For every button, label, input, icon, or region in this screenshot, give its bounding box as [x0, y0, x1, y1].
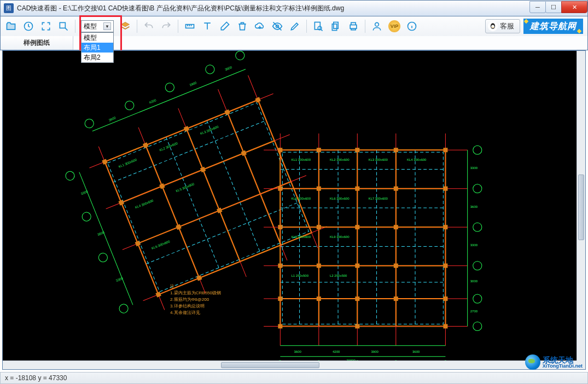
trash-icon[interactable]	[236, 20, 248, 32]
chevron-down-icon: ▼	[103, 22, 111, 30]
svg-rect-124	[355, 187, 359, 191]
svg-rect-136	[443, 264, 447, 268]
user-icon[interactable]	[371, 20, 383, 32]
svg-text:3600: 3600	[294, 350, 302, 353]
dropdown-selected: 模型	[84, 22, 97, 31]
ruler-icon[interactable]	[184, 20, 196, 32]
maximize-button[interactable]: ☐	[545, 1, 562, 13]
app-icon: 图	[4, 3, 14, 13]
redo-icon[interactable]	[160, 20, 172, 32]
close-button[interactable]: ✕	[561, 1, 587, 13]
svg-text:KL8 300x600: KL8 300x600	[291, 235, 311, 238]
svg-text:L2 250x500: L2 250x500	[330, 274, 347, 277]
eraser-icon[interactable]	[219, 20, 231, 32]
status-bar: x = -18108 y = 47330	[0, 372, 588, 384]
text-icon[interactable]	[201, 20, 213, 32]
svg-text:3600: 3600	[470, 205, 478, 208]
svg-text:KL4 300x600: KL4 300x600	[407, 158, 427, 161]
window-controls: ─ ☐ ✕	[530, 1, 587, 13]
svg-text:KL5 300x600: KL5 300x600	[291, 197, 311, 200]
watermark-url: XiTongTianDi.net	[543, 364, 583, 369]
svg-rect-137	[278, 296, 282, 301]
svg-text:KL6 300x600: KL6 300x600	[330, 197, 350, 200]
printer-icon[interactable]	[347, 20, 359, 32]
svg-point-9	[375, 22, 379, 26]
svg-point-15	[492, 27, 494, 27]
svg-rect-142	[278, 324, 282, 328]
svg-rect-143	[355, 324, 359, 328]
zoom-area-icon[interactable]	[57, 20, 69, 32]
svg-point-14	[493, 25, 493, 26]
svg-rect-8	[350, 25, 357, 29]
cloud-download-icon[interactable]	[254, 20, 266, 32]
scroll-thumb[interactable]	[578, 174, 584, 240]
svg-text:3000: 3000	[470, 280, 478, 283]
horizontal-scrollbar[interactable]	[3, 360, 577, 369]
svg-text:3600: 3600	[412, 350, 420, 353]
open-folder-icon[interactable]	[5, 20, 17, 32]
svg-text:3300: 3300	[470, 166, 478, 170]
svg-rect-140	[394, 296, 398, 301]
drawing-canvas[interactable]: KL1 300x600KL2 300x600KL3 300x600 KL4 30…	[2, 50, 586, 370]
info-icon[interactable]	[406, 20, 418, 32]
vip-badge[interactable]: VIP	[388, 20, 400, 32]
layers-icon[interactable]	[119, 20, 131, 32]
kefu-label: 客服	[500, 21, 514, 31]
svg-rect-1	[60, 22, 65, 28]
find-text-icon[interactable]	[312, 20, 324, 32]
nav-site-button[interactable]: 建筑导航网	[523, 19, 583, 34]
svg-rect-135	[394, 264, 398, 268]
dropdown-item-layout2[interactable]: 布局2	[81, 53, 113, 62]
cad-drawing: KL1 300x600KL2 300x600KL3 300x600 KL4 30…	[3, 51, 585, 369]
tab-label: 样例图纸	[24, 38, 50, 48]
svg-rect-120	[394, 148, 398, 152]
svg-text:4200: 4200	[333, 350, 340, 353]
svg-text:KL3 300x600: KL3 300x600	[368, 158, 388, 161]
svg-text:2700: 2700	[470, 310, 478, 313]
toolbar: 模型 ▼ 模型 布局1 布局2 VIP 客服 建筑导航网	[0, 16, 588, 36]
svg-rect-139	[355, 296, 359, 301]
vertical-scrollbar[interactable]	[577, 51, 585, 360]
svg-rect-141	[443, 296, 447, 301]
clock-icon[interactable]	[22, 20, 34, 32]
undo-icon[interactable]	[143, 20, 155, 32]
qq-icon	[488, 21, 498, 31]
svg-rect-144	[443, 324, 447, 328]
svg-rect-126	[443, 187, 447, 191]
separator	[75, 20, 75, 33]
svg-rect-132	[278, 264, 282, 268]
dropdown-item-layout1[interactable]: 布局1	[81, 43, 113, 53]
svg-text:注：: 注：	[170, 284, 179, 289]
svg-rect-119	[355, 148, 359, 152]
customer-service-button[interactable]: 客服	[485, 19, 520, 33]
watermark-title: 系统天地	[543, 356, 583, 364]
title-bar: 图 CAD快速看图 - E:\工作交接\01 CAD快速看图\B 产品化资料\产…	[0, 0, 588, 16]
tab-drawing[interactable]: 样例图纸	[1, 36, 73, 50]
eye-off-icon[interactable]	[271, 20, 283, 32]
svg-text:KL1 300x600: KL1 300x600	[291, 158, 311, 161]
toolbar-right: 客服 建筑导航网	[485, 19, 583, 34]
copy-doc-icon[interactable]	[330, 20, 342, 32]
svg-rect-130	[394, 225, 398, 229]
pen-icon[interactable]	[289, 20, 301, 32]
svg-text:2.箍筋均为Φ8@200: 2.箍筋均为Φ8@200	[170, 297, 209, 302]
separator	[137, 20, 137, 33]
layout-dropdown-list: 模型 布局1 布局2	[81, 32, 114, 63]
svg-rect-123	[317, 187, 321, 191]
layout-dropdown[interactable]: 模型 ▼	[81, 20, 114, 32]
separator	[178, 20, 178, 33]
svg-text:KL2 300x600: KL2 300x600	[330, 158, 350, 161]
minimize-button[interactable]: ─	[529, 1, 546, 13]
dropdown-item-model[interactable]: 模型	[81, 33, 113, 43]
svg-rect-7	[332, 24, 336, 31]
nav-label: 建筑导航网	[530, 21, 577, 32]
svg-rect-129	[355, 225, 359, 229]
svg-rect-121	[443, 148, 447, 152]
svg-text:KL7 300x600: KL7 300x600	[368, 197, 388, 200]
svg-text:4.其余做法详见: 4.其余做法详见	[170, 310, 200, 315]
svg-point-12	[491, 25, 494, 28]
fullscreen-icon[interactable]	[40, 20, 52, 32]
scroll-thumb[interactable]	[221, 362, 319, 368]
svg-rect-133	[317, 264, 321, 268]
svg-point-13	[492, 25, 492, 26]
